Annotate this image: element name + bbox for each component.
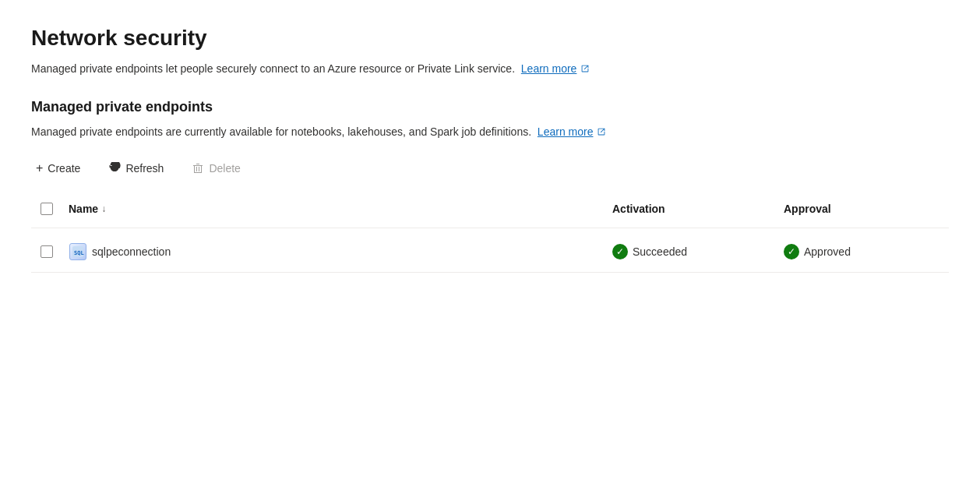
name-cell: SQL sqlpeconnection <box>62 239 606 264</box>
learn-more-label-1: Learn more <box>521 61 577 77</box>
select-all-checkbox[interactable] <box>41 203 53 215</box>
approval-cell: ✓ Approved <box>777 241 949 263</box>
description-text-1: Managed private endpoints let people sec… <box>31 62 515 75</box>
endpoints-table: Name ↓ Activation Approval SQL sqlpeconn… <box>31 196 949 273</box>
row-checkbox-cell <box>31 242 62 261</box>
section-title: Managed private endpoints <box>31 99 949 115</box>
activation-column-header: Activation <box>606 196 777 221</box>
page-title: Network security <box>31 25 949 51</box>
activation-success-icon: ✓ <box>612 244 628 259</box>
external-link-icon-1 <box>580 63 590 74</box>
sql-icon: SQL <box>69 242 87 261</box>
learn-more-label-2: Learn more <box>538 123 594 140</box>
page-description: Managed private endpoints let people sec… <box>31 61 949 77</box>
table-row: SQL sqlpeconnection ✓ Succeeded ✓ Approv… <box>31 231 949 273</box>
sort-icon[interactable]: ↓ <box>101 203 106 214</box>
learn-more-link-1[interactable]: Learn more <box>521 61 591 77</box>
activation-status-badge: ✓ Succeeded <box>612 244 687 259</box>
external-link-icon-2 <box>596 126 607 137</box>
refresh-button[interactable]: Refresh <box>104 159 168 178</box>
refresh-icon <box>108 162 121 175</box>
activation-column-label: Activation <box>612 203 665 215</box>
refresh-label: Refresh <box>125 162 164 175</box>
approval-status-text: Approved <box>804 245 851 258</box>
endpoint-name: sqlpeconnection <box>92 245 171 258</box>
approval-status-badge: ✓ Approved <box>784 244 851 259</box>
name-column-header: Name ↓ <box>62 196 606 221</box>
delete-icon <box>192 162 204 175</box>
toolbar: + Create Refresh Delete <box>31 159 949 184</box>
table-header: Name ↓ Activation Approval <box>31 196 949 228</box>
create-label: Create <box>48 162 80 175</box>
activation-cell: ✓ Succeeded <box>606 241 777 263</box>
approval-column-header: Approval <box>777 196 949 221</box>
section-description: Managed private endpoints are currently … <box>31 123 949 140</box>
approval-column-label: Approval <box>784 203 831 215</box>
create-button[interactable]: + Create <box>31 159 85 178</box>
row-checkbox[interactable] <box>41 245 53 258</box>
description-text-2: Managed private endpoints are currently … <box>31 125 531 138</box>
svg-text:SQL: SQL <box>74 250 84 256</box>
delete-button[interactable]: Delete <box>187 159 245 178</box>
activation-status-text: Succeeded <box>633 245 687 258</box>
learn-more-link-2[interactable]: Learn more <box>538 123 608 140</box>
delete-label: Delete <box>209 162 240 175</box>
header-checkbox-cell <box>31 196 62 221</box>
approval-success-icon: ✓ <box>784 244 799 259</box>
name-column-label: Name <box>69 203 98 215</box>
create-icon: + <box>36 162 43 175</box>
